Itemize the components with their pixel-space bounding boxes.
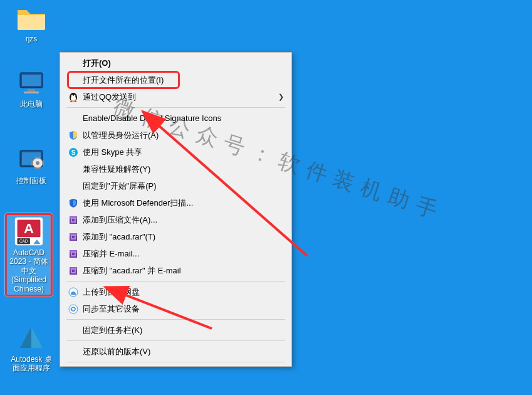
defender-icon bbox=[66, 197, 80, 209]
rar-icon bbox=[66, 231, 80, 243]
menu-item-add-archive[interactable]: 添加到压缩文件(A)... bbox=[61, 211, 290, 228]
menu-item-label: 添加到压缩文件(A)... bbox=[83, 214, 284, 226]
rar-icon bbox=[66, 214, 80, 226]
svg-rect-9 bbox=[35, 168, 40, 169]
menu-item-compress-acad-email[interactable]: 压缩到 "acad.rar" 并 E-mail bbox=[61, 262, 290, 279]
autocad-icon: ACAD bbox=[14, 216, 44, 246]
svg-point-19 bbox=[71, 95, 73, 97]
menu-item-skype-share[interactable]: S使用 Skype 共享 bbox=[61, 144, 290, 161]
svg-rect-21 bbox=[70, 101, 72, 102]
svg-rect-3 bbox=[24, 92, 39, 93]
menu-item-compress-email[interactable]: 压缩并 E-mail... bbox=[61, 245, 290, 262]
menu-separator bbox=[66, 362, 285, 362]
svg-point-42 bbox=[69, 305, 78, 313]
blank-icon bbox=[66, 180, 80, 192]
menu-item-pin-taskbar[interactable]: 固定到任务栏(K) bbox=[61, 322, 290, 339]
blank-icon bbox=[66, 345, 80, 358]
menu-item-compat[interactable]: 兼容性疑难解答(Y) bbox=[61, 161, 290, 177]
blank-icon bbox=[66, 74, 80, 87]
svg-rect-11 bbox=[43, 161, 44, 166]
svg-rect-28 bbox=[72, 219, 75, 221]
menu-item-label: Enable/Disable Digital Signature Icons bbox=[83, 113, 284, 123]
qq-icon bbox=[66, 91, 80, 103]
baidu-icon bbox=[66, 286, 80, 298]
menu-item-add-acad-rar[interactable]: 添加到 "acad.rar"(T) bbox=[61, 228, 290, 245]
rar-icon bbox=[66, 265, 80, 277]
autodesk-app[interactable]: Autodesk 桌面应用程序 bbox=[8, 323, 55, 373]
svg-rect-10 bbox=[31, 161, 33, 166]
blank-icon bbox=[66, 163, 80, 176]
svg-rect-36 bbox=[72, 253, 75, 255]
menu-item-label: 添加到 "acad.rar"(T) bbox=[83, 231, 284, 243]
menu-item-label: 同步至其它设备 bbox=[83, 303, 284, 315]
svg-rect-32 bbox=[72, 236, 75, 238]
menu-separator bbox=[66, 281, 285, 282]
menu-item-label: 压缩到 "acad.rar" 并 E-mail bbox=[83, 265, 284, 276]
pc-icon bbox=[16, 68, 46, 98]
folder-rjzs[interactable]: rjzs bbox=[8, 3, 55, 43]
menu-item-label: 打开文件所在的位置(I) bbox=[83, 75, 284, 86]
menu-item-qq-send[interactable]: 通过QQ发送到❯ bbox=[61, 88, 290, 105]
shield-icon bbox=[66, 129, 80, 142]
menu-item-label: 通过QQ发送到 bbox=[83, 92, 278, 103]
svg-rect-2 bbox=[28, 89, 35, 92]
skype-icon: S bbox=[66, 146, 80, 159]
menu-item-label: 以管理员身份运行(A) bbox=[83, 130, 284, 141]
sync-icon bbox=[66, 303, 80, 315]
menu-item-defender[interactable]: 使用 Microsoft Defender扫描... bbox=[61, 194, 290, 211]
menu-item-open-location[interactable]: 打开文件所在的位置(I) bbox=[61, 71, 290, 88]
svg-point-20 bbox=[74, 95, 76, 97]
menu-item-sync-devices[interactable]: 同步至其它设备 bbox=[61, 300, 290, 317]
menu-item-digital-sig[interactable]: Enable/Disable Digital Signature Icons bbox=[61, 110, 290, 127]
autocad-2023[interactable]: ACADAutoCAD 2023 - 简体中文 (Simplified Chin… bbox=[5, 213, 53, 297]
this-pc[interactable]: 此电脑 bbox=[8, 68, 55, 108]
menu-item-open[interactable]: 打开(O) bbox=[61, 55, 290, 71]
blank-icon bbox=[66, 57, 80, 70]
desktop-icon-label: 此电脑 bbox=[19, 100, 44, 108]
menu-item-pin-start[interactable]: 固定到"开始"屏幕(P) bbox=[61, 177, 290, 194]
menu-separator bbox=[66, 319, 285, 320]
menu-item-label: 使用 Skype 共享 bbox=[83, 147, 284, 158]
svg-text:CAD: CAD bbox=[19, 239, 28, 243]
chevron-right-icon: ❯ bbox=[278, 93, 284, 101]
menu-item-restore-prev[interactable]: 还原以前的版本(V) bbox=[61, 343, 290, 360]
menu-item-label: 固定到任务栏(K) bbox=[83, 325, 284, 336]
rar-icon bbox=[66, 248, 80, 260]
desktop-icon-label: AutoCAD 2023 - 简体中文 (Simplified Chinese) bbox=[7, 248, 51, 293]
menu-item-label: 固定到"开始"屏幕(P) bbox=[83, 181, 284, 192]
context-menu[interactable]: 打开(O)打开文件所在的位置(I)通过QQ发送到❯Enable/Disable … bbox=[60, 52, 292, 367]
menu-item-run-as-admin[interactable]: 以管理员身份运行(A) bbox=[61, 127, 290, 144]
blank-icon bbox=[66, 324, 80, 337]
control-panel[interactable]: 控制面板 bbox=[8, 144, 55, 185]
svg-point-7 bbox=[36, 161, 39, 165]
menu-item-label: 压缩并 E-mail... bbox=[83, 248, 284, 260]
desktop-icon-label: Autodesk 桌面应用程序 bbox=[8, 355, 55, 373]
folder-icon bbox=[16, 3, 46, 33]
svg-text:A: A bbox=[24, 221, 34, 236]
control-panel-icon bbox=[16, 144, 46, 174]
menu-item-label: 还原以前的版本(V) bbox=[83, 346, 284, 357]
menu-item-label: 上传到百度网盘 bbox=[83, 287, 284, 298]
svg-rect-40 bbox=[72, 270, 75, 272]
desktop-icon-label: 控制面板 bbox=[15, 176, 48, 185]
menu-item-baidu-upload[interactable]: 上传到百度网盘 bbox=[61, 283, 290, 300]
menu-item-label: 打开(O) bbox=[83, 58, 284, 69]
autodesk-icon bbox=[16, 323, 46, 353]
svg-rect-22 bbox=[75, 101, 76, 102]
menu-separator bbox=[66, 107, 285, 108]
svg-text:S: S bbox=[71, 149, 76, 156]
menu-separator bbox=[66, 340, 285, 341]
menu-item-label: 使用 Microsoft Defender扫描... bbox=[83, 198, 284, 209]
desktop-icon-label: rjzs bbox=[24, 34, 39, 43]
svg-rect-1 bbox=[22, 75, 41, 86]
menu-item-label: 兼容性疑难解答(Y) bbox=[83, 164, 284, 175]
blank-icon bbox=[66, 112, 80, 125]
svg-rect-8 bbox=[35, 157, 40, 158]
